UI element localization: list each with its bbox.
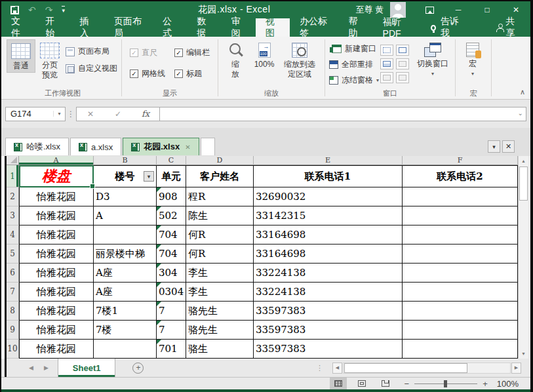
row-header-4[interactable]: 4 <box>7 225 19 245</box>
name-box-dropdown-icon[interactable]: ▾ <box>53 111 65 117</box>
row-header-6[interactable]: 6 <box>7 264 19 283</box>
cell-D2[interactable]: 程R <box>186 187 254 206</box>
tab-list-dropdown-button[interactable]: ▾ <box>488 140 500 153</box>
gridlines-checkbox[interactable]: ✓ 网格线 <box>130 68 165 79</box>
close-tab-bar-button[interactable]: ✕ <box>502 140 515 153</box>
column-header-D[interactable]: D <box>186 156 254 165</box>
cell-D3[interactable]: 陈生 <box>186 206 254 225</box>
split-button[interactable] <box>380 45 393 56</box>
cell-D10[interactable]: 骆生 <box>186 340 254 359</box>
scroll-left-button[interactable]: ◀ <box>332 363 342 374</box>
cell-D7[interactable]: 李生 <box>186 283 254 302</box>
vertical-scrollbar[interactable]: ▲ ▼ <box>518 156 528 359</box>
undo-icon[interactable]: ↶ <box>28 5 36 14</box>
ribbon-tab-插入[interactable]: 插入 <box>69 18 104 37</box>
collapse-ribbon-button[interactable]: ∧ <box>520 88 525 96</box>
page-break-status-button[interactable] <box>377 378 394 389</box>
cell-F7[interactable] <box>403 283 518 302</box>
cell-B10[interactable] <box>94 340 157 359</box>
cell-F2[interactable] <box>403 187 518 206</box>
cell-C5[interactable]: 704 <box>157 245 186 264</box>
ribbon-tab-帮助[interactable]: 帮助 <box>338 18 372 37</box>
cell-B1[interactable]: 楼号▾ <box>94 165 157 187</box>
cell-C4[interactable]: 704 <box>157 225 186 245</box>
cell-E1[interactable]: 联系电话1 <box>254 165 403 187</box>
cell-B4[interactable] <box>94 225 157 245</box>
cell-A8[interactable]: 怡雅花园 <box>19 302 94 321</box>
row-header-7[interactable]: 7 <box>7 283 19 302</box>
close-tab-icon[interactable]: ✕ <box>185 144 190 151</box>
save-icon[interactable] <box>10 6 19 14</box>
next-sheet-button[interactable]: ▶ <box>44 364 49 371</box>
sheet-tab-sheet1[interactable]: Sheet1 <box>58 359 116 377</box>
zoom-in-button[interactable]: + <box>483 379 488 389</box>
page-layout-view-button[interactable]: 页面布局 <box>66 46 117 57</box>
cell-F4[interactable] <box>403 225 518 245</box>
cell-D5[interactable]: 何R <box>186 245 254 264</box>
cell-B6[interactable]: A座 <box>94 264 157 283</box>
cell-C6[interactable]: 304 <box>157 264 186 283</box>
splitter-handle-icon[interactable]: ⋮ <box>316 364 323 372</box>
cell-D8[interactable]: 骆先生 <box>186 302 254 321</box>
reset-window-position-button[interactable] <box>396 72 409 83</box>
cell-B2[interactable]: D3 <box>94 187 157 206</box>
cell-D4[interactable]: 何R <box>186 225 254 245</box>
new-sheet-button[interactable]: + <box>132 363 144 374</box>
arrange-all-button[interactable]: 全部重排 <box>329 59 379 70</box>
custom-views-button[interactable]: 自定义视图 <box>66 63 117 74</box>
cell-C9[interactable]: 7 <box>157 321 186 340</box>
cell-D6[interactable]: 李生 <box>186 264 254 283</box>
formula-bar-checkbox[interactable]: ✓ 编辑栏 <box>174 47 210 58</box>
row-header-8[interactable]: 8 <box>7 302 19 321</box>
column-header-A[interactable]: A <box>19 156 94 165</box>
cell-E8[interactable]: 33597383 <box>254 302 403 321</box>
ribbon-tab-页面布局[interactable]: 页面布局 <box>104 18 153 37</box>
cell-C3[interactable]: 502 <box>157 206 186 225</box>
document-tab[interactable]: a.xlsx <box>70 138 121 155</box>
unhide-window-button[interactable] <box>380 72 393 83</box>
signed-in-user[interactable]: 至尊 黄 <box>355 4 384 16</box>
tell-me-button[interactable]: 告诉我 <box>422 16 470 39</box>
cell-B9[interactable]: 7楼 <box>94 321 157 340</box>
column-header-B[interactable]: B <box>94 156 157 165</box>
cell-E6[interactable]: 33224138 <box>254 264 403 283</box>
row-header-5[interactable]: 5 <box>7 245 19 264</box>
formula-input[interactable]: ⌄ <box>160 107 526 121</box>
column-header-C[interactable]: C <box>157 156 186 165</box>
zoom-percentage[interactable]: 100% <box>497 379 519 389</box>
hide-window-button[interactable] <box>380 58 393 69</box>
page-break-preview-button[interactable]: 分页预览 <box>35 39 64 81</box>
new-window-button[interactable]: 新建窗口 <box>329 43 379 54</box>
scroll-down-button[interactable]: ▼ <box>519 349 528 359</box>
column-header-E[interactable]: E <box>254 156 403 165</box>
freeze-panes-button[interactable]: 冻结窗格 ▾ <box>329 75 379 86</box>
row-header-9[interactable]: 9 <box>7 321 19 340</box>
cell-F3[interactable] <box>403 206 518 225</box>
row-header-1[interactable]: 1 <box>7 165 19 187</box>
view-side-by-side-button[interactable] <box>396 45 409 56</box>
column-header-F[interactable]: F <box>403 156 518 165</box>
insert-function-button[interactable]: fx <box>132 109 159 119</box>
document-tab[interactable]: 哈喽.xlsx <box>5 138 69 155</box>
ribbon-tab-办公标签[interactable]: 办公标签 <box>290 18 338 37</box>
enter-button[interactable]: ✓ <box>104 109 132 119</box>
document-tab[interactable]: 花园.xlsx✕ <box>123 138 199 155</box>
cell-D9[interactable]: 骆先生 <box>186 321 254 340</box>
cell-D1[interactable]: 客户姓名 <box>186 165 254 187</box>
cell-E10[interactable]: 33597383 <box>254 340 403 359</box>
cell-A3[interactable]: 怡雅花园 <box>19 206 94 225</box>
row-header-2[interactable]: 2 <box>7 187 19 206</box>
user-avatar[interactable] <box>390 2 406 18</box>
cell-F6[interactable] <box>403 264 518 283</box>
cell-C1[interactable]: 单元 <box>157 165 186 187</box>
cell-F8[interactable] <box>403 302 518 321</box>
cell-B8[interactable]: 7楼1 <box>94 302 157 321</box>
ribbon-tab-福昕PDF[interactable]: 福昕PDF <box>373 18 422 37</box>
cell-F9[interactable] <box>403 321 518 340</box>
headings-checkbox[interactable]: ✓ 标题 <box>174 68 210 79</box>
zoom-to-selection-button[interactable]: 缩放到选定区域 <box>279 39 321 81</box>
filter-dropdown-button[interactable]: ▾ <box>144 171 154 182</box>
zoom-out-button[interactable]: − <box>405 379 410 389</box>
drag-handle-icon[interactable]: ⋮ <box>66 109 76 119</box>
select-all-corner[interactable] <box>7 156 19 165</box>
